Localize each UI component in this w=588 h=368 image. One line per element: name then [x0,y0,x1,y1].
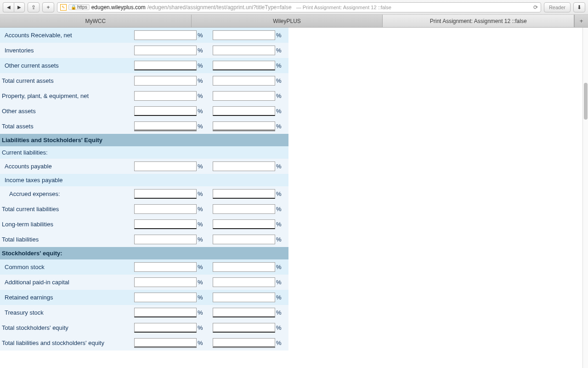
table-row: Total stockholders' equity % % [0,320,288,335]
percent-sign: % [198,47,203,54]
section-header-equity: Stockholders' equity: [0,247,288,259]
balance-sheet-table: Accounts Receivable, net % % Inventories… [0,28,288,368]
row-label: Total liabilities and stockholders' equi… [0,335,131,351]
row-label: Total stockholders' equity [0,320,131,335]
percent-sign: % [198,108,203,115]
page-icon: ✎ [62,5,65,10]
percent-input[interactable] [213,30,275,40]
row-label: Total current liabilities [0,201,131,217]
percent-input[interactable] [213,219,275,229]
percent-input[interactable] [134,46,197,55]
percent-input[interactable] [213,262,275,272]
percent-sign: % [276,47,282,54]
percent-input[interactable] [134,106,197,116]
add-bookmark-button[interactable]: + [42,2,54,12]
table-row: Property, plant, & equipment, net % % [0,88,288,104]
percent-input[interactable] [213,189,275,199]
tab-print-assignment[interactable]: Print Assignment: Assignment 12 ::false [383,15,574,27]
row-label: Treasury stock [0,305,131,320]
percent-sign: % [198,62,203,69]
reader-button[interactable]: Reader [544,2,571,12]
percent-input[interactable] [134,76,197,86]
chevron-right-icon: ▶ [17,5,21,10]
percent-input[interactable] [213,121,275,131]
url-path: /edugen/shared/assignment/test/agprint.u… [147,4,292,11]
tab-label: WileyPLUS [273,18,301,24]
percent-sign: % [276,206,282,213]
percent-sign: % [198,163,203,170]
percent-input[interactable] [213,338,275,348]
download-icon: ⬇ [577,4,582,11]
percent-input[interactable] [213,323,275,333]
favicon: ✎ [60,4,67,11]
tab-wileyplus[interactable]: WileyPLUS [192,15,383,27]
nav-buttons: ◀ ▶ [3,2,25,12]
percent-input[interactable] [134,30,197,40]
percent-input[interactable] [213,277,275,287]
row-label: Common stock [0,259,131,275]
percent-input[interactable] [213,46,275,55]
percent-input[interactable] [134,293,197,302]
sub-label: Current liabilities: [0,146,288,159]
percent-input[interactable] [134,204,197,214]
percent-input[interactable] [213,106,275,116]
percent-input[interactable] [134,323,197,333]
tab-mywcc[interactable]: MyWCC [0,15,192,27]
https-badge: 🔒 https [68,4,90,10]
percent-sign: % [276,32,282,39]
percent-input[interactable] [213,293,275,302]
table-row: Other current assets % % [0,58,288,73]
subheader-current-liabilities: Current liabilities: [0,146,288,159]
section-header-liabilities: Liabilities and Stockholders' Equity [0,134,288,146]
percent-input[interactable] [134,277,197,287]
scrollbar[interactable] [582,28,588,368]
chevron-left-icon: ◀ [7,5,11,10]
section-label: Stockholders' equity: [0,247,288,259]
percent-input[interactable] [213,61,275,70]
downloads-button[interactable]: ⬇ [573,2,585,12]
scrollbar-thumb[interactable] [584,83,588,120]
row-label: Other current assets [0,58,131,73]
tab-bar: MyWCC WileyPLUS Print Assignment: Assign… [0,15,588,28]
percent-sign: % [198,279,203,286]
lock-icon: 🔒 [71,5,76,10]
percent-input[interactable] [213,91,275,101]
percent-input[interactable] [213,76,275,86]
percent-input[interactable] [134,219,197,229]
section-label: Liabilities and Stockholders' Equity [0,134,288,146]
forward-button[interactable]: ▶ [14,2,25,12]
tab-label: MyWCC [85,18,106,24]
address-bar[interactable]: ✎ 🔒 https edugen.wileyplus.com /edugen/s… [57,2,541,12]
new-tab-button[interactable]: + [574,15,588,27]
percent-input[interactable] [134,262,197,272]
percent-input[interactable] [213,204,275,214]
percent-input[interactable] [134,161,197,171]
share-button[interactable]: ⇪ [28,2,40,12]
reload-button[interactable]: ⟳ [533,4,538,11]
percent-sign: % [198,123,203,130]
percent-input[interactable] [213,235,275,244]
back-button[interactable]: ◀ [3,2,14,12]
percent-input[interactable] [134,308,197,317]
table-row: Income taxes payable [0,174,288,186]
percent-input[interactable] [134,189,197,199]
row-label: Accrued expenses: [0,186,131,201]
table-row: Other assets % % [0,104,288,119]
row-label: Accounts Receivable, net [0,28,131,43]
percent-sign: % [198,190,203,197]
row-label: Property, plant, & equipment, net [0,88,131,104]
percent-input[interactable] [134,61,197,70]
percent-input[interactable] [213,308,275,317]
percent-input[interactable] [213,161,275,171]
percent-sign: % [276,163,282,170]
url-title: — Print Assignment: Assignment 12 ::fals… [296,5,391,10]
row-label: Total assets [0,119,131,134]
percent-input[interactable] [134,338,197,348]
percent-input[interactable] [134,91,197,101]
percent-input[interactable] [134,121,197,131]
plus-icon: + [46,4,50,11]
https-label: https [77,5,87,10]
percent-input[interactable] [134,235,197,244]
percent-sign: % [198,309,203,316]
percent-sign: % [198,236,203,243]
